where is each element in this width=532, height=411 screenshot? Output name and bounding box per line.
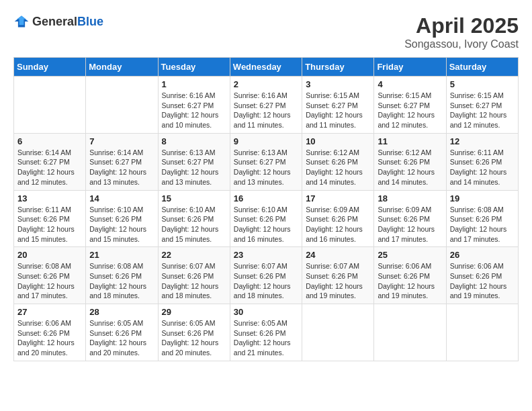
day-number: 20: [17, 250, 82, 260]
calendar-table: SundayMondayTuesdayWednesdayThursdayFrid…: [13, 57, 519, 361]
day-info: Sunrise: 6:06 AM Sunset: 6:26 PM Dayligh…: [17, 318, 82, 358]
calendar-cell: 1Sunrise: 6:16 AM Sunset: 6:27 PM Daylig…: [158, 77, 230, 134]
calendar-cell: 6Sunrise: 6:14 AM Sunset: 6:27 PM Daylig…: [14, 133, 86, 190]
calendar-cell: 23Sunrise: 6:07 AM Sunset: 6:26 PM Dayli…: [230, 247, 302, 304]
day-info: Sunrise: 6:13 AM Sunset: 6:27 PM Dayligh…: [162, 148, 226, 187]
day-info: Sunrise: 6:15 AM Sunset: 6:27 PM Dayligh…: [378, 91, 442, 130]
calendar-cell: 15Sunrise: 6:10 AM Sunset: 6:26 PM Dayli…: [158, 190, 230, 247]
day-number: 6: [17, 136, 82, 146]
day-number: 9: [234, 136, 298, 146]
calendar-cell: 8Sunrise: 6:13 AM Sunset: 6:27 PM Daylig…: [158, 133, 230, 190]
day-info: Sunrise: 6:10 AM Sunset: 6:26 PM Dayligh…: [162, 205, 226, 244]
calendar-cell: 29Sunrise: 6:05 AM Sunset: 6:26 PM Dayli…: [158, 304, 230, 361]
day-info: Sunrise: 6:06 AM Sunset: 6:26 PM Dayligh…: [450, 261, 515, 301]
calendar-cell: 3Sunrise: 6:15 AM Sunset: 6:27 PM Daylig…: [302, 77, 374, 134]
day-info: Sunrise: 6:07 AM Sunset: 6:26 PM Dayligh…: [234, 261, 298, 301]
day-number: 4: [378, 79, 442, 89]
day-info: Sunrise: 6:15 AM Sunset: 6:27 PM Dayligh…: [306, 91, 370, 130]
calendar-week-3: 13Sunrise: 6:11 AM Sunset: 6:26 PM Dayli…: [14, 190, 519, 247]
main-title: April 2025: [404, 13, 519, 38]
day-number: 29: [162, 307, 226, 317]
day-info: Sunrise: 6:14 AM Sunset: 6:27 PM Dayligh…: [17, 148, 82, 187]
day-header-wednesday: Wednesday: [230, 58, 302, 77]
day-number: 14: [89, 193, 154, 203]
day-info: Sunrise: 6:05 AM Sunset: 6:26 PM Dayligh…: [89, 318, 154, 358]
day-number: 18: [378, 193, 442, 203]
days-header-row: SundayMondayTuesdayWednesdayThursdayFrid…: [14, 58, 519, 77]
calendar-cell: 25Sunrise: 6:06 AM Sunset: 6:26 PM Dayli…: [374, 247, 446, 304]
calendar-cell: 28Sunrise: 6:05 AM Sunset: 6:26 PM Dayli…: [86, 304, 158, 361]
calendar-cell: [302, 304, 374, 361]
day-number: 5: [450, 79, 515, 89]
calendar-cell: 26Sunrise: 6:06 AM Sunset: 6:26 PM Dayli…: [446, 247, 518, 304]
day-number: 15: [162, 193, 226, 203]
day-number: 11: [378, 136, 442, 146]
day-info: Sunrise: 6:15 AM Sunset: 6:27 PM Dayligh…: [450, 91, 515, 130]
calendar-cell: 10Sunrise: 6:12 AM Sunset: 6:26 PM Dayli…: [302, 133, 374, 190]
day-info: Sunrise: 6:12 AM Sunset: 6:26 PM Dayligh…: [306, 148, 370, 187]
day-header-sunday: Sunday: [14, 58, 86, 77]
calendar-cell: 19Sunrise: 6:08 AM Sunset: 6:26 PM Dayli…: [446, 190, 518, 247]
calendar-cell: 20Sunrise: 6:08 AM Sunset: 6:26 PM Dayli…: [14, 247, 86, 304]
subtitle: Songassou, Ivory Coast: [404, 38, 519, 50]
day-info: Sunrise: 6:10 AM Sunset: 6:26 PM Dayligh…: [89, 205, 154, 244]
calendar-cell: 17Sunrise: 6:09 AM Sunset: 6:26 PM Dayli…: [302, 190, 374, 247]
calendar-week-2: 6Sunrise: 6:14 AM Sunset: 6:27 PM Daylig…: [14, 133, 519, 190]
day-header-saturday: Saturday: [446, 58, 518, 77]
calendar-cell: 18Sunrise: 6:09 AM Sunset: 6:26 PM Dayli…: [374, 190, 446, 247]
day-header-monday: Monday: [86, 58, 158, 77]
day-header-friday: Friday: [374, 58, 446, 77]
day-info: Sunrise: 6:08 AM Sunset: 6:26 PM Dayligh…: [450, 205, 515, 244]
calendar-cell: 11Sunrise: 6:12 AM Sunset: 6:26 PM Dayli…: [374, 133, 446, 190]
day-number: 27: [17, 307, 82, 317]
day-number: 25: [378, 250, 442, 260]
calendar-week-1: 1Sunrise: 6:16 AM Sunset: 6:27 PM Daylig…: [14, 77, 519, 134]
calendar-cell: [446, 304, 518, 361]
calendar-cell: [86, 77, 158, 134]
day-info: Sunrise: 6:05 AM Sunset: 6:26 PM Dayligh…: [234, 318, 298, 358]
day-number: 13: [17, 193, 82, 203]
day-number: 17: [306, 193, 370, 203]
calendar-cell: 5Sunrise: 6:15 AM Sunset: 6:27 PM Daylig…: [446, 77, 518, 134]
calendar-cell: 14Sunrise: 6:10 AM Sunset: 6:26 PM Dayli…: [86, 190, 158, 247]
day-info: Sunrise: 6:16 AM Sunset: 6:27 PM Dayligh…: [234, 91, 298, 130]
day-info: Sunrise: 6:07 AM Sunset: 6:26 PM Dayligh…: [162, 261, 226, 301]
day-info: Sunrise: 6:07 AM Sunset: 6:26 PM Dayligh…: [306, 261, 370, 301]
day-header-tuesday: Tuesday: [158, 58, 230, 77]
day-number: 21: [89, 250, 154, 260]
day-info: Sunrise: 6:14 AM Sunset: 6:27 PM Dayligh…: [89, 148, 154, 187]
calendar-cell: 22Sunrise: 6:07 AM Sunset: 6:26 PM Dayli…: [158, 247, 230, 304]
day-number: 24: [306, 250, 370, 260]
calendar-cell: 27Sunrise: 6:06 AM Sunset: 6:26 PM Dayli…: [14, 304, 86, 361]
calendar-cell: [374, 304, 446, 361]
day-number: 7: [89, 136, 154, 146]
calendar-cell: 13Sunrise: 6:11 AM Sunset: 6:26 PM Dayli…: [14, 190, 86, 247]
day-info: Sunrise: 6:09 AM Sunset: 6:26 PM Dayligh…: [306, 205, 370, 244]
day-info: Sunrise: 6:05 AM Sunset: 6:26 PM Dayligh…: [162, 318, 226, 358]
calendar-cell: [14, 77, 86, 134]
day-number: 12: [450, 136, 515, 146]
calendar-cell: 30Sunrise: 6:05 AM Sunset: 6:26 PM Dayli…: [230, 304, 302, 361]
calendar-cell: 9Sunrise: 6:13 AM Sunset: 6:27 PM Daylig…: [230, 133, 302, 190]
header: GeneralBlue April 2025 Songassou, Ivory …: [13, 13, 519, 50]
day-info: Sunrise: 6:08 AM Sunset: 6:26 PM Dayligh…: [17, 261, 82, 301]
calendar-cell: 4Sunrise: 6:15 AM Sunset: 6:27 PM Daylig…: [374, 77, 446, 134]
day-number: 3: [306, 79, 370, 89]
day-info: Sunrise: 6:06 AM Sunset: 6:26 PM Dayligh…: [378, 261, 442, 301]
day-number: 19: [450, 193, 515, 203]
logo-icon: [13, 13, 30, 30]
day-number: 1: [162, 79, 226, 89]
day-number: 10: [306, 136, 370, 146]
calendar-cell: 24Sunrise: 6:07 AM Sunset: 6:26 PM Dayli…: [302, 247, 374, 304]
day-info: Sunrise: 6:10 AM Sunset: 6:26 PM Dayligh…: [234, 205, 298, 244]
calendar-cell: 12Sunrise: 6:11 AM Sunset: 6:26 PM Dayli…: [446, 133, 518, 190]
day-number: 8: [162, 136, 226, 146]
day-number: 22: [162, 250, 226, 260]
day-number: 30: [234, 307, 298, 317]
day-number: 23: [234, 250, 298, 260]
day-header-thursday: Thursday: [302, 58, 374, 77]
day-number: 2: [234, 79, 298, 89]
logo: GeneralBlue: [13, 13, 103, 30]
day-info: Sunrise: 6:12 AM Sunset: 6:26 PM Dayligh…: [378, 148, 442, 187]
day-number: 26: [450, 250, 515, 260]
